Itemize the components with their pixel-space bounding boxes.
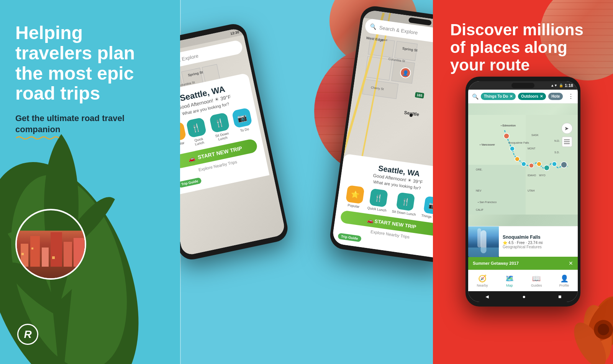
svg-point-14 bbox=[515, 157, 520, 161]
search-icon-right: 🔍 bbox=[472, 93, 479, 100]
squiggle-decoration-left bbox=[15, 135, 61, 141]
city-photo-circle bbox=[15, 209, 86, 280]
svg-text:CALIF: CALIF bbox=[476, 208, 484, 211]
svg-text:S.D.: S.D. bbox=[554, 151, 560, 154]
place-rating: ⭐ 4.5 · Free · 23.74 mi bbox=[503, 241, 574, 245]
filter-things-to-do[interactable]: Things To Do ✕ bbox=[481, 93, 516, 100]
city-info-panel: Seattle, WA Good Afternoon! ☀ 39°F What … bbox=[180, 73, 269, 195]
nearby-label: Nearby bbox=[477, 284, 488, 287]
svg-point-20 bbox=[561, 162, 567, 168]
sit-down-icon-box: 🍴 bbox=[209, 112, 230, 133]
svg-text:IDAHO: IDAHO bbox=[528, 174, 536, 177]
place-thumbnail bbox=[468, 226, 499, 257]
things-to-do-icon-box: 📷 bbox=[231, 107, 252, 128]
trip-name: Summer Getaway 2017 bbox=[473, 261, 569, 266]
logo-letter: R bbox=[24, 328, 31, 341]
phone-right-notch bbox=[511, 83, 534, 88]
svg-text:SASK: SASK bbox=[531, 134, 539, 136]
more-options-icon[interactable]: ⋮ bbox=[568, 93, 574, 100]
nav-profile[interactable]: 👤 Profile bbox=[559, 274, 569, 287]
main-headline: Helping travelers plan the most epic roa… bbox=[15, 23, 149, 104]
place-info: Snoqualmie Falls ⭐ 4.5 · Free · 23.74 mi… bbox=[499, 231, 578, 252]
popular-label: Popular bbox=[180, 141, 185, 147]
android-nav: ◄ ● ■ bbox=[468, 291, 578, 302]
car-icon: 🚗 bbox=[188, 155, 195, 162]
place-name: Snoqualmie Falls bbox=[503, 234, 574, 240]
guides-label: Guides bbox=[531, 284, 542, 287]
map-icon: 🗺️ bbox=[505, 274, 514, 283]
phone-back: Seattle Pike Columbia St Cherry St West … bbox=[180, 21, 290, 262]
status-time: 1:18 bbox=[565, 83, 573, 88]
phone-right: ▲▼ 🔒 1:18 🔍 Things To Do ✕ Outdoors ✕ Ho… bbox=[465, 77, 580, 307]
nav-nearby[interactable]: 🧭 Nearby bbox=[477, 274, 488, 287]
things-to-do-label: To Do bbox=[240, 127, 249, 133]
category-quick-lunch[interactable]: 🍴 Quick Lunch bbox=[185, 117, 209, 147]
outdoors-chip-label: Outdoors bbox=[521, 94, 538, 98]
city-buildings-bg bbox=[17, 231, 85, 278]
outdoors-close-icon[interactable]: ✕ bbox=[540, 94, 543, 98]
things-to-do-close-icon[interactable]: ✕ bbox=[510, 94, 513, 98]
trip-guide-badge: Trip Guide bbox=[180, 177, 202, 188]
filter-bar[interactable]: 🔍 Things To Do ✕ Outdoors ✕ Hote ⋮ bbox=[468, 90, 578, 103]
hotels-chip-label: Hote bbox=[551, 94, 560, 98]
home-button[interactable]: ● bbox=[522, 293, 525, 300]
svg-text:N.D.: N.D. bbox=[554, 139, 560, 142]
app-logo: R bbox=[17, 324, 38, 345]
right-panel: Discover millions of places along your r… bbox=[433, 0, 613, 364]
back-button[interactable]: ◄ bbox=[485, 293, 490, 300]
filter-outdoors[interactable]: Outdoors ✕ bbox=[518, 93, 546, 100]
things-to-do-chip-label: Things To Do bbox=[484, 94, 508, 98]
svg-point-17 bbox=[537, 162, 541, 166]
category-things-to-do[interactable]: 📷 To Do bbox=[231, 107, 254, 137]
phone-back-screen: Seattle Pike Columbia St Cherry St West … bbox=[180, 28, 286, 256]
map-label: Map bbox=[506, 284, 513, 287]
route-map: • Edmonton • Vancouver Snoqualmie Falls … bbox=[468, 103, 578, 226]
nav-guides[interactable]: 📖 Guides bbox=[531, 274, 542, 287]
profile-icon: 👤 bbox=[560, 274, 569, 283]
svg-text:Snoqualmie Falls: Snoqualmie Falls bbox=[508, 141, 529, 144]
svg-text:• San Francisco: • San Francisco bbox=[478, 201, 497, 203]
profile-label: Profile bbox=[559, 284, 569, 287]
left-text-block: Helping travelers plan the most epic roa… bbox=[15, 23, 149, 143]
trip-banner-close-icon[interactable]: ✕ bbox=[569, 260, 573, 266]
svg-point-19 bbox=[552, 162, 557, 166]
quick-lunch-icon-box: 🍴 bbox=[186, 117, 207, 138]
svg-text:UTAH: UTAH bbox=[528, 189, 535, 192]
svg-text:• Vancouver: • Vancouver bbox=[480, 143, 495, 146]
place-type: Geographical Features bbox=[503, 245, 574, 249]
svg-point-12 bbox=[504, 133, 509, 139]
nearby-icon: 🧭 bbox=[478, 274, 487, 283]
svg-text:WYO: WYO bbox=[539, 174, 546, 177]
svg-point-15 bbox=[521, 162, 526, 166]
left-panel: Helping travelers plan the most epic roa… bbox=[0, 0, 180, 364]
rating-text: 4.5 · Free · 23.74 mi bbox=[508, 241, 543, 245]
middle-panel: Seattle Pike Columbia St Cherry St West … bbox=[180, 0, 433, 364]
right-text-block: Discover millions of places along your r… bbox=[450, 21, 596, 74]
trip-banner[interactable]: Summer Getaway 2017 ✕ bbox=[468, 257, 578, 270]
guides-icon: 📖 bbox=[532, 274, 541, 283]
svg-point-13 bbox=[510, 146, 515, 151]
svg-text:• Edmonton: • Edmonton bbox=[501, 124, 516, 127]
svg-point-16 bbox=[529, 163, 534, 168]
svg-text:NEV: NEV bbox=[476, 189, 482, 192]
sub-headline: Get the ultimate road travel companion bbox=[15, 113, 130, 135]
svg-text:➤: ➤ bbox=[564, 125, 569, 131]
bottom-nav: 🧭 Nearby 🗺️ Map 📖 Guides 👤 Profile bbox=[468, 270, 578, 291]
waterfall-image bbox=[468, 226, 499, 257]
place-card[interactable]: Snoqualmie Falls ⭐ 4.5 · Free · 23.74 mi… bbox=[468, 226, 578, 257]
svg-text:MONT: MONT bbox=[528, 147, 536, 150]
svg-point-7 bbox=[598, 324, 609, 335]
nav-map[interactable]: 🗺️ Map bbox=[505, 274, 514, 287]
phone-right-screen: ▲▼ 🔒 1:18 🔍 Things To Do ✕ Outdoors ✕ Ho… bbox=[468, 81, 578, 302]
quick-lunch-label: Quick Lunch bbox=[189, 136, 210, 147]
start-trip-label: START NEW TRIP bbox=[197, 145, 243, 161]
star-icon: ⭐ bbox=[503, 241, 507, 245]
category-sit-down-lunch[interactable]: 🍴 Sit Down Lunch bbox=[206, 111, 235, 143]
recents-button[interactable]: ■ bbox=[558, 293, 561, 300]
sit-down-label: Sit Down Lunch bbox=[210, 130, 235, 143]
filter-hotels[interactable]: Hote bbox=[548, 93, 563, 100]
right-headline: Discover millions of places along your r… bbox=[450, 21, 596, 74]
route-svg: • Edmonton • Vancouver Snoqualmie Falls … bbox=[468, 103, 578, 226]
svg-point-18 bbox=[544, 165, 549, 171]
svg-text:ORE.: ORE. bbox=[476, 168, 482, 171]
